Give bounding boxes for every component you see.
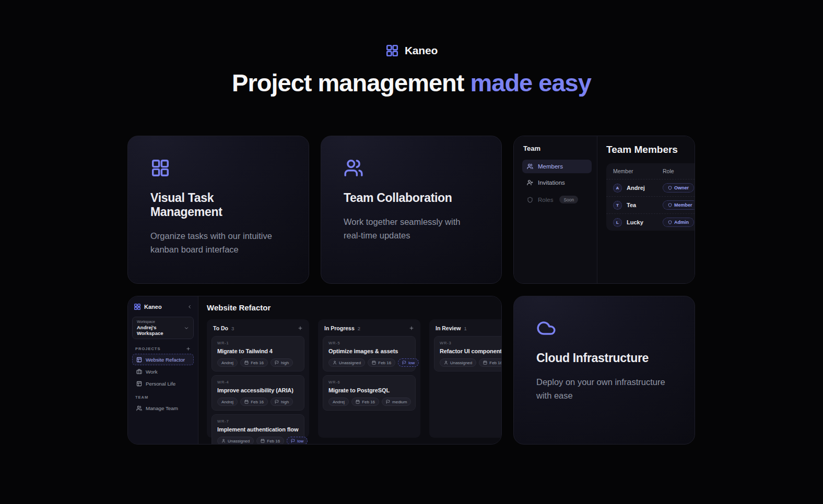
task-id: WR-6	[328, 380, 410, 385]
task-title: Optimize images & assets	[328, 348, 410, 354]
priority-badge: low	[398, 358, 419, 367]
column-count: 1	[464, 326, 466, 331]
role-badge: Owner	[663, 183, 694, 193]
due-date-badge: Feb 16	[479, 358, 501, 367]
due-date: Feb 16	[362, 400, 375, 404]
task-id: WR-5	[328, 341, 410, 345]
member-name: Andrej	[627, 185, 645, 191]
task-title: Improve accessibility (ARIA)	[217, 387, 299, 393]
workspace-name: Andrej's Workspace	[137, 325, 184, 336]
workspace-label: Workspace	[137, 320, 184, 323]
column-header-member: Member	[613, 168, 663, 174]
table-row[interactable]: A Andrej Owner	[606, 179, 695, 196]
role-label: Member	[674, 202, 692, 208]
shield-icon	[527, 197, 533, 203]
avatar: A	[613, 184, 622, 193]
feature-description: Organize tasks with our intuitive kanban…	[150, 229, 286, 256]
add-task-button[interactable]	[298, 326, 303, 331]
task-card[interactable]: WR-5 Optimize images & assets Unassigned…	[323, 336, 416, 371]
assignee-name: Unassigned	[228, 439, 250, 443]
assignee-badge: Andrej	[328, 398, 349, 406]
layout-icon	[136, 381, 142, 387]
sidebar-item-personal-life[interactable]: Personal Life	[132, 378, 194, 389]
projects-section-label: PROJECTS	[135, 346, 160, 351]
team-nav-label: Members	[538, 163, 563, 170]
assignee-name: Andrej	[333, 400, 345, 404]
column-header-role: Role	[663, 168, 674, 174]
card-team-collaboration: Team Collaboration Work together seamles…	[321, 136, 502, 284]
priority-badge: medium	[382, 398, 411, 406]
assignee-name: Unassigned	[339, 361, 361, 365]
sidebar-item-label: Manage Team	[146, 405, 178, 411]
priority-badge: low	[287, 437, 308, 444]
add-task-button[interactable]	[409, 326, 414, 331]
assignee-name: Andrej	[221, 400, 233, 404]
priority-label: high	[281, 400, 289, 404]
due-date-badge: Feb 16	[368, 358, 395, 367]
task-id: WR-3	[440, 341, 501, 345]
due-date: Feb 16	[378, 361, 391, 365]
page-title: Project management made easy	[0, 68, 823, 97]
assignee-badge: Unassigned	[217, 437, 254, 444]
user-plus-icon	[527, 179, 533, 186]
column-name: In Progress	[324, 325, 355, 331]
priority-label: medium	[392, 400, 407, 404]
role-label: Owner	[674, 185, 689, 190]
grid-icon	[150, 158, 286, 178]
task-title: Migrate to PostgreSQL	[328, 387, 410, 393]
task-card[interactable]: WR-3 Refactor UI components Unassigned F…	[434, 336, 501, 371]
due-date-badge: Feb 16	[256, 437, 284, 444]
priority-label: high	[281, 361, 289, 365]
team-members-heading: Team Members	[606, 144, 695, 155]
team-nav-invitations[interactable]: Invitations	[522, 176, 592, 189]
column-count: 3	[231, 326, 234, 331]
feature-grid: Visual Task Management Organize tasks wi…	[127, 136, 696, 445]
sidebar-item-website-refactor[interactable]: Website Refactor	[132, 354, 194, 365]
table-header: Member Role	[606, 163, 695, 179]
team-section-label: TEAM	[135, 395, 148, 400]
priority-badge: high	[271, 358, 293, 367]
workspace-selector[interactable]: Workspace Andrej's Workspace	[132, 317, 194, 339]
table-row[interactable]: L Lucky Admin	[606, 213, 695, 231]
role-badge: Member	[663, 200, 695, 210]
task-card[interactable]: WR-4 Improve accessibility (ARIA) Andrej…	[211, 375, 304, 411]
avatar: L	[613, 218, 622, 227]
team-nav-label: Invitations	[538, 179, 565, 186]
sidebar-item-manage-team[interactable]: Manage Team	[132, 402, 194, 414]
due-date: Feb 16	[489, 361, 501, 365]
feature-description: Deploy on your own infrastructure with e…	[536, 375, 672, 402]
task-card[interactable]: WR-7 Implement authentication flow Unass…	[211, 414, 304, 444]
due-date: Feb 16	[251, 361, 264, 365]
project-label: Personal Life	[146, 381, 175, 387]
task-id: WR-7	[217, 419, 299, 424]
feature-title: Team Collaboration	[344, 191, 479, 205]
card-kanban-preview: Kaneo Workspace Andrej's Workspace PRO	[127, 296, 502, 445]
team-sidebar-title: Team	[523, 145, 592, 152]
kanban-sidebar: Kaneo Workspace Andrej's Workspace PRO	[128, 296, 198, 444]
column-count: 2	[358, 326, 360, 331]
role-badge: Admin	[663, 218, 694, 227]
assignee-badge: Unassigned	[328, 358, 365, 367]
task-id: WR-4	[217, 380, 299, 385]
table-row[interactable]: T Tea Member	[606, 196, 695, 213]
column-todo: To Do 3 WR-1 Migrate to Tailwind 4 Andre…	[207, 319, 309, 438]
add-project-button[interactable]	[186, 346, 191, 351]
sidebar-brand-name: Kaneo	[144, 304, 184, 310]
due-date-badge: Feb 16	[240, 358, 268, 367]
team-nav-label: Roles	[538, 197, 553, 203]
priority-label: low	[408, 361, 415, 365]
collapse-sidebar-button[interactable]	[187, 304, 192, 309]
task-card[interactable]: WR-6 Migrate to PostgreSQL Andrej Feb 16	[323, 375, 416, 411]
assignee-name: Unassigned	[450, 361, 472, 365]
users-icon	[527, 163, 533, 170]
assignee-badge: Andrej	[217, 398, 238, 406]
team-nav-roles: Roles Soon	[522, 192, 592, 207]
project-label: Website Refactor	[146, 357, 185, 363]
card-team-members-preview: Team Members	[513, 136, 695, 284]
due-date-badge: Feb 16	[240, 398, 268, 406]
sidebar-item-work[interactable]: Work	[132, 366, 194, 377]
task-card[interactable]: WR-1 Migrate to Tailwind 4 Andrej Feb 16	[211, 336, 304, 371]
team-nav-members[interactable]: Members	[522, 160, 592, 173]
due-date-badge: Feb 16	[351, 398, 379, 406]
card-cloud-infrastructure: Cloud Infrastructure Deploy on your own …	[513, 296, 695, 445]
